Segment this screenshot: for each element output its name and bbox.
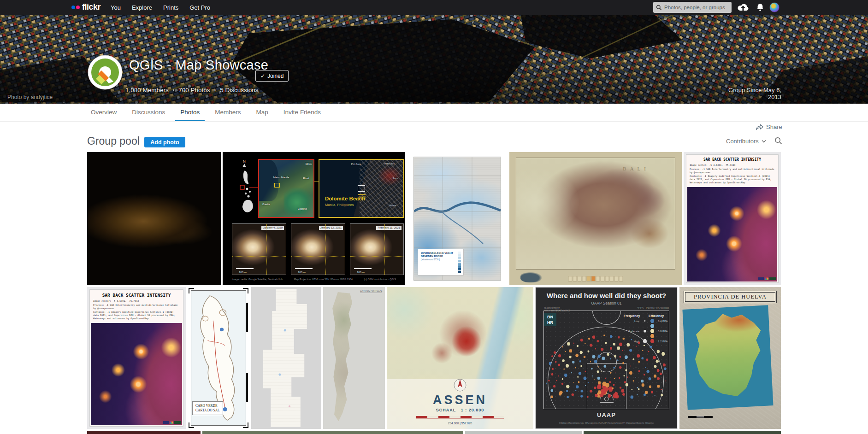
league-label: UAAP: [536, 411, 677, 418]
assen-title-block: ASSEN SCHAAL 1 : 20.000 234.000 | 557.02…: [387, 379, 533, 429]
legend-color-ramp: [458, 252, 461, 273]
nav-item-getpro[interactable]: Get Pro: [189, 4, 210, 11]
philippines-silhouette: N: [235, 158, 257, 219]
tab-invite-friends[interactable]: Invite Friends: [283, 104, 321, 121]
group-tabbar: Overview Discussions Photos Members Map …: [0, 104, 868, 121]
locator-line-red: [249, 187, 258, 188]
city-name: ASSEN: [433, 393, 487, 407]
share-label: Share: [766, 123, 782, 130]
sar-map: [687, 187, 777, 282]
photo-tile-partial[interactable]: [87, 431, 201, 434]
city-buildings: [428, 299, 498, 376]
members-count: 1,080 Members: [125, 87, 169, 94]
upload-cloud-icon[interactable]: [737, 3, 750, 12]
search-icon: [656, 5, 662, 11]
contributors-label: Contributors: [726, 138, 759, 145]
tab-map[interactable]: Map: [256, 104, 268, 121]
photo-dolomite-beach[interactable]: N 10 km Metro Manila Rizal Cavite Laguna…: [223, 152, 405, 285]
portugal-shape: [328, 291, 364, 425]
map-legend: OVERIJSSELSCHE VECHT BENEDEN ROSSE [ sit…: [418, 249, 464, 276]
dot-separator: •: [214, 88, 216, 93]
nav-item-you[interactable]: You: [111, 4, 121, 11]
flickr-group-page: flickr You Explore Prints Get Pro: [0, 0, 868, 434]
joined-label: Joined: [267, 73, 283, 79]
page-title: Group pool: [87, 135, 140, 147]
map-title-box: CABO VERDE CARTA DO SAL: [192, 401, 223, 415]
map-title-box: PROVINCIA DE HUELVA: [684, 291, 777, 303]
chevron-down-icon: [762, 140, 766, 143]
bnhr-logo: BN HR: [544, 313, 556, 326]
hashtags: #30DayMapChallenge #Hexagons #UAAP #Cour…: [536, 422, 677, 424]
photo-dark-relief[interactable]: [87, 152, 221, 285]
map-title: CARTA DE PORTUGAL: [360, 290, 382, 293]
map-credits: Image credits: Google Satellite, Sentine…: [223, 278, 405, 281]
photo-uaap-shot-chart[interactable]: Where and how well did they shoot? UAAP …: [535, 287, 678, 429]
discussions-count: 5 Discussions: [220, 87, 258, 94]
map-coordinates: 234.000 | 557.020: [448, 422, 472, 425]
main-nav: You Explore Prints Get Pro: [111, 0, 210, 15]
qgis-logo-icon: [88, 55, 123, 90]
tab-discussions[interactable]: Discussions: [132, 104, 165, 121]
photo-map-sheet-mosaic[interactable]: [251, 287, 321, 429]
nav-item-prints[interactable]: Prints: [163, 4, 178, 11]
tab-members[interactable]: Members: [215, 104, 241, 121]
satellite-crop-3: February 11, 2021 100 m: [350, 223, 404, 275]
bali-label: BALI: [623, 166, 650, 171]
group-avatar[interactable]: [88, 55, 123, 90]
check-icon: ✓: [260, 73, 265, 79]
photo-sar-backscatter-large[interactable]: SAR BACK SCATTER INTENSITY Image center:…: [87, 287, 186, 429]
flickr-logo[interactable]: flickr: [71, 2, 100, 12]
photo-huelva-elevation-map[interactable]: PROVINCIA DE HUELVA: [679, 287, 781, 429]
photo-vecht-map[interactable]: OVERIJSSELSCHE VECHT BENEDEN ROSSE [ sit…: [407, 152, 508, 285]
flood-map: OVERIJSSELSCHE VECHT BENEDEN ROSSE [ sit…: [413, 157, 501, 281]
photo-carta-de-portugal[interactable]: CARTA DE PORTUGAL: [323, 287, 385, 429]
satellite-crop-1: October 4, 2020 100 m: [232, 223, 286, 275]
photo-tile-partial[interactable]: [465, 431, 582, 434]
bali-map-frame: BALI: [516, 158, 675, 270]
photo-assen-topo-map[interactable]: ASSEN SCHAAL 1 : 20.000 234.000 | 557.02…: [387, 287, 533, 429]
share-button[interactable]: Share: [756, 123, 782, 130]
province-shape: [689, 310, 767, 401]
joined-button[interactable]: ✓ Joined: [255, 70, 289, 82]
tab-photos[interactable]: Photos: [180, 104, 200, 121]
group-banner: Photo by andyjtice QGIS - Map Showcase ✓…: [0, 15, 868, 104]
group-since: Group Since May 6, 2013: [721, 87, 781, 100]
pool-search-button[interactable]: [774, 137, 782, 147]
logo-dot-blue-icon: [71, 6, 75, 9]
bali-inset-minimap: [520, 272, 542, 282]
ppa-note: *PPA - Points Per Attempt: [637, 306, 669, 309]
scale-bar: [688, 416, 713, 418]
sea-rectangle: [682, 305, 773, 410]
banner-photo-credit: Photo by andyjtice: [7, 94, 53, 100]
svg-text:N: N: [243, 159, 246, 164]
manila-overview-inset: 10 km Metro Manila Rizal Cavite Laguna: [258, 159, 314, 218]
chart-subtitle: UAAP Season 81: [536, 301, 677, 305]
notifications-bell-icon[interactable]: [756, 3, 764, 12]
share-icon: [756, 124, 763, 130]
nav-item-explore[interactable]: Explore: [132, 4, 152, 11]
satellite-crop-2: January 12, 2021 100 m: [291, 223, 345, 275]
photo-cabo-verde-sal[interactable]: CABO VERDE CARTA DO SAL: [188, 287, 249, 429]
photo-sar-backscatter-small[interactable]: SAR BACK SCATTER INTENSITY Image center:…: [684, 152, 781, 285]
shot-chart-legend: Frequency Efficiency Low 0.4 PPA Moderat…: [624, 313, 670, 344]
photo-tile-partial[interactable]: [202, 431, 463, 434]
contributors-dropdown[interactable]: Contributors: [726, 138, 766, 145]
photo-tile-partial[interactable]: [584, 431, 781, 434]
photo-bali-vintage-map[interactable]: BALI: [509, 152, 682, 285]
tab-overview[interactable]: Overview: [91, 104, 117, 121]
top-navbar: flickr You Explore Prints Get Pro: [0, 0, 868, 15]
user-avatar[interactable]: [769, 2, 779, 12]
search-icon: [774, 137, 782, 145]
logo-text: flickr: [82, 2, 100, 12]
add-photo-button[interactable]: Add photo: [144, 137, 185, 147]
scale-bar: [416, 416, 504, 418]
sar-map: [91, 323, 182, 426]
group-stats: 1,080 Members • 700 Photos • 5 Discussio…: [125, 87, 258, 94]
sheet-mosaic: [254, 289, 319, 427]
logo-dot-pink-icon: [76, 6, 80, 9]
navbar-search[interactable]: [653, 2, 732, 13]
dot-separator: •: [173, 88, 175, 93]
search-input[interactable]: [664, 5, 729, 10]
group-title: QGIS - Map Showcase: [129, 58, 268, 73]
chart-title: Where and how well did they shoot?: [536, 292, 677, 299]
